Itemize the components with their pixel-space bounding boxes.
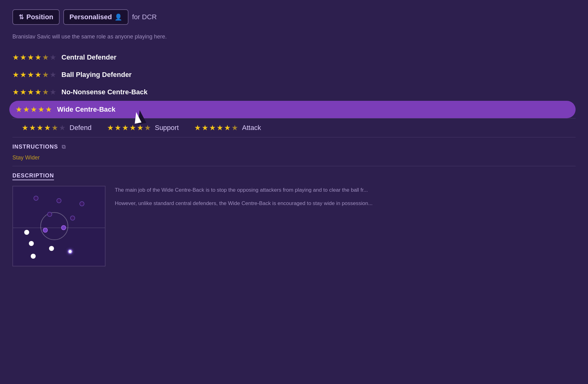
stars-support: ★ ★ ★ ★ ★ ★ (107, 123, 151, 132)
duty-label-defend: Defend (70, 124, 92, 132)
player-dot-team-3 (61, 225, 66, 230)
player-dot-1 (34, 196, 38, 201)
personalised-label: Personalised (70, 13, 112, 21)
role-item-central-defender[interactable]: ★ ★ ★ ★ ★ ★ Central Defender (12, 49, 576, 66)
duty-row: ★ ★ ★ ★ ★ ★ Defend ★ ★ ★ ★ ★ ★ Support (12, 118, 576, 137)
instruction-tag-stay-wider[interactable]: Stay Wider (12, 154, 40, 161)
role-list: ★ ★ ★ ★ ★ ★ Central Defender ★ ★ ★ ★ ★ ★… (12, 49, 576, 118)
position-button[interactable]: ⇅ Position (12, 9, 60, 25)
tactical-pitch (12, 186, 105, 266)
instructions-section: INSTRUCTIONS ⧉ Stay Wider (12, 137, 576, 166)
instructions-header: INSTRUCTIONS ⧉ (12, 144, 576, 150)
stars-no-nonsense: ★ ★ ★ ★ ★ ★ (12, 88, 56, 96)
description-text: The main job of the Wide Centre-Back is … (115, 186, 576, 212)
stars-central-defender: ★ ★ ★ ★ ★ ★ (12, 53, 56, 62)
role-name-ball-playing-defender: Ball Playing Defender (61, 71, 132, 79)
description-content: The main job of the Wide Centre-Back is … (12, 186, 576, 266)
player-dot-team-7 (31, 254, 36, 259)
description-title: DESCRIPTION (12, 172, 54, 180)
duty-item-support[interactable]: ★ ★ ★ ★ ★ ★ Support (107, 123, 179, 132)
role-item-wide-centre-back[interactable]: ★ ★ ★ ★ ★ Wide Centre-Back (9, 101, 576, 118)
player-dot-3 (79, 201, 84, 206)
instructions-copy-icon[interactable]: ⧉ (62, 144, 66, 150)
description-section: DESCRIPTION (12, 166, 576, 266)
player-dot-2 (56, 198, 61, 203)
duty-item-attack[interactable]: ★ ★ ★ ★ ★ ★ Attack (194, 123, 261, 132)
player-dot-team-5 (49, 246, 54, 251)
role-name-central-defender: Central Defender (61, 53, 116, 61)
player-dot-team-2 (43, 228, 48, 233)
subtitle-text: Branislav Savic will use the same role a… (12, 33, 576, 40)
player-dot-team-1 (24, 230, 29, 235)
page-container: ⇅ Position Personalised 👤 for DCR Branis… (0, 0, 588, 276)
description-para-2: However, unlike standard central defende… (115, 199, 576, 208)
role-item-no-nonsense[interactable]: ★ ★ ★ ★ ★ ★ No-Nonsense Centre-Back (12, 83, 576, 101)
header-row: ⇅ Position Personalised 👤 for DCR (12, 9, 576, 25)
personalised-button[interactable]: Personalised 👤 (63, 9, 128, 25)
duty-item-defend[interactable]: ★ ★ ★ ★ ★ ★ Defend (22, 123, 92, 132)
player-dot-4 (47, 212, 52, 217)
duty-label-attack: Attack (242, 124, 261, 132)
duty-label-support: Support (155, 124, 179, 132)
position-icon: ⇅ (19, 13, 24, 21)
player-dot-team-4 (29, 241, 34, 246)
stars-defend: ★ ★ ★ ★ ★ ★ (22, 123, 66, 132)
role-name-no-nonsense: No-Nonsense Centre-Back (61, 88, 148, 96)
role-item-ball-playing-defender[interactable]: ★ ★ ★ ★ ★ ★ Ball Playing Defender (12, 66, 576, 83)
person-icon: 👤 (114, 13, 122, 21)
description-para-1: The main job of the Wide Centre-Back is … (115, 186, 576, 194)
stars-attack: ★ ★ ★ ★ ★ ★ (194, 123, 238, 132)
player-dot-selected (68, 249, 73, 254)
position-label: Position (26, 13, 53, 21)
for-dcr-text: for DCR (132, 13, 157, 21)
player-dot-5 (70, 216, 75, 221)
instructions-title: INSTRUCTIONS (12, 144, 58, 150)
stars-wide-centre-back: ★ ★ ★ ★ ★ (16, 105, 52, 114)
role-name-wide-centre-back: Wide Centre-Back (57, 105, 115, 114)
stars-ball-playing-defender: ★ ★ ★ ★ ★ ★ (12, 70, 56, 79)
